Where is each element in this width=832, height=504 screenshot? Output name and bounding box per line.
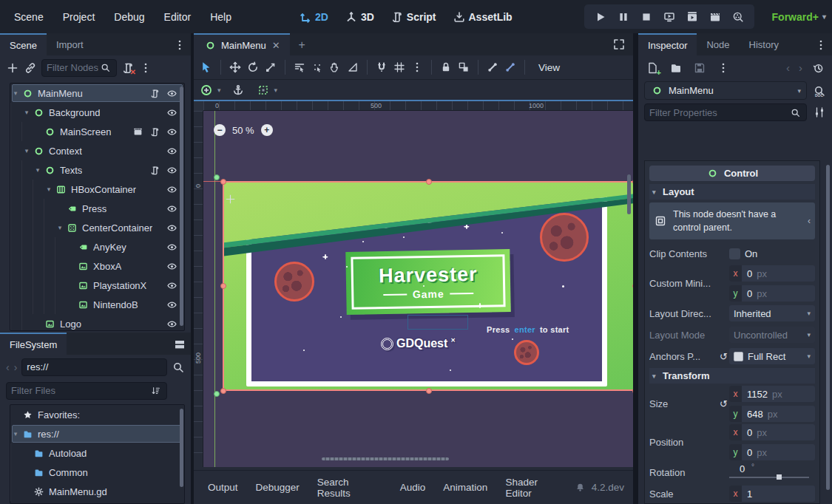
movie-icon[interactable] [131,125,144,138]
file-tree-scrollbar[interactable] [180,409,183,487]
reel-button[interactable] [729,8,747,26]
history-forward-button[interactable]: › [799,61,802,74]
rotate-tool-button[interactable] [246,61,260,74]
grid-snap-button[interactable] [393,61,406,74]
movieplay-button[interactable] [683,8,701,26]
skeleton-options-button[interactable] [504,61,517,74]
tree-row-favorites[interactable]: Favorites: [10,405,184,424]
tree-row-res[interactable]: ▾res:// [10,424,184,443]
canvas-vscrollbar[interactable] [627,174,631,214]
tree-row-common[interactable]: Common [10,463,184,482]
smart-snap-button[interactable] [375,61,388,74]
eye-icon[interactable] [165,221,178,234]
anchor-handle[interactable] [214,391,220,397]
sort-files-button[interactable] [172,384,185,398]
eye-icon[interactable] [165,86,178,100]
eye-icon[interactable] [165,125,178,138]
property-tools-button[interactable] [813,106,826,119]
pivot-tool-button[interactable] [311,61,324,74]
resource-menu-button[interactable] [717,61,730,75]
anchor-preset-button[interactable] [200,84,213,97]
scale-tool-button[interactable] [264,61,277,74]
ruler-tool-button[interactable] [346,61,359,74]
history-back-button[interactable]: ‹ [786,61,790,74]
tree-row-background[interactable]: ▾Background [10,103,184,122]
eye-icon[interactable] [165,298,178,311]
selection-handle[interactable] [426,388,432,394]
bottom-panel-debugger[interactable]: Debugger [248,477,308,497]
workspace-assetlib[interactable]: AssetLib [448,7,517,27]
eye-icon[interactable] [165,144,178,157]
zoom-level[interactable]: 50 % [232,125,254,136]
tab-history[interactable]: History [740,33,788,55]
back-button[interactable]: ‹ [6,361,10,373]
revert-icon[interactable]: ↺ [720,351,729,362]
scene-tree-scrollbar[interactable] [180,86,183,326]
value-field-x[interactable]: x0px [729,424,815,440]
skeleton-button[interactable] [486,61,499,74]
snap-options-button[interactable] [410,61,424,74]
bottom-panel-animation[interactable]: Animation [435,477,496,497]
object-history-button[interactable] [811,61,825,75]
canvas-content[interactable]: Harvester Game Pressen [203,111,633,467]
selected-scene-root-rect[interactable]: Harvester Game Pressen [223,181,633,391]
pause-button[interactable] [615,8,632,26]
chevron-left-icon[interactable]: ‹ [808,216,811,226]
menu-debug[interactable]: Debug [106,7,152,27]
eye-icon[interactable] [165,106,178,119]
clapper-button[interactable] [706,8,724,26]
list-select-tool-button[interactable] [293,61,306,74]
pan-tool-button[interactable] [328,61,342,74]
play-button[interactable] [592,8,609,26]
tab-mainmenu-scene[interactable]: MainMenu ✕ [194,33,290,55]
revert-icon[interactable]: ↺ [720,398,729,409]
zoom-in-button[interactable]: + [261,124,273,136]
slider-knob[interactable] [777,474,782,480]
tree-row-playstationx[interactable]: PlaystationX [10,276,184,295]
selection-handle[interactable] [220,179,226,185]
dropdown-anchors-p[interactable]: Full Rect▾ [729,348,815,364]
selection-handle[interactable] [426,179,432,185]
eye-icon[interactable] [165,279,178,292]
menu-project[interactable]: Project [55,7,104,27]
tab-import[interactable]: Import [47,33,93,55]
2d-canvas[interactable]: 0 500 1000 0 500 Harvester [194,101,633,467]
notifications-bell-icon[interactable] [574,481,587,494]
eye-icon[interactable] [165,183,178,196]
bottom-panel-output[interactable]: Output [200,477,246,497]
value-field-x[interactable]: x0px [729,265,815,282]
scene-tree-menu-button[interactable] [139,61,152,75]
script-icon[interactable] [148,86,161,100]
tab-filesystem[interactable]: FileSystem [0,333,67,355]
anchor-handle[interactable] [214,174,220,180]
expand-arrow[interactable]: ▾ [10,430,21,437]
expand-arrow[interactable]: ▾ [55,224,65,231]
menu-help[interactable]: Help [202,7,240,27]
bottom-panel-shader-editor[interactable]: Shader Editor [497,472,572,503]
detach-script-button[interactable]: ✕ [121,61,135,75]
eye-icon[interactable] [165,317,178,330]
add-node-button[interactable] [6,61,19,75]
bottom-panel-audio[interactable]: Audio [392,477,434,497]
load-resource-button[interactable] [669,61,683,75]
monitorplay-button[interactable] [660,8,678,26]
tree-row-nintendob[interactable]: NintendoB [10,295,184,314]
expand-arrow[interactable]: ▾ [44,185,54,193]
tree-row-mainmenu[interactable]: ▾MainMenu [10,84,184,103]
value-field-y[interactable]: y0px [729,444,815,460]
lock-node-button[interactable] [439,61,453,74]
anchors-icon[interactable] [231,84,245,97]
tree-row-xboxa[interactable]: XboxA [10,256,184,276]
eye-icon[interactable] [165,259,178,273]
menu-scene[interactable]: Scene [6,7,52,27]
script-icon[interactable] [148,163,161,177]
workspace-2d[interactable]: 2D [294,7,333,27]
eye-icon[interactable] [165,202,178,215]
selection-handle[interactable] [220,388,226,394]
tree-row-press[interactable]: Press [10,199,184,218]
selection-handle[interactable] [632,283,633,289]
select-tool-button[interactable] [200,61,213,74]
eye-icon[interactable] [165,163,178,177]
selection-handle[interactable] [220,283,226,289]
instance-scene-button[interactable] [24,61,37,75]
